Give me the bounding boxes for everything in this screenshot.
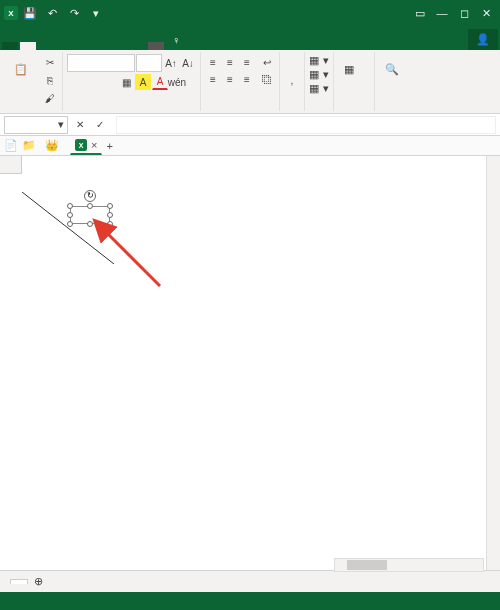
close-tab-icon[interactable]: × xyxy=(91,139,97,151)
template-tab[interactable]: 👑 xyxy=(40,136,66,155)
copy-icon[interactable]: ⎘ xyxy=(42,72,58,88)
decrease-font-icon[interactable]: A↓ xyxy=(180,55,196,71)
comma-icon[interactable]: , xyxy=(284,72,300,88)
crown-icon: 👑 xyxy=(45,139,59,152)
undo-icon[interactable]: ↶ xyxy=(42,3,62,23)
tab-data[interactable] xyxy=(84,42,100,50)
workbook-tab[interactable]: X× xyxy=(70,136,102,155)
new-doc-icon[interactable]: 📄 xyxy=(4,139,18,152)
tab-insert[interactable] xyxy=(36,42,52,50)
paste-button[interactable]: 📋 xyxy=(8,54,40,92)
cell-styles-button[interactable]: ▦▾ xyxy=(309,82,329,95)
font-color-icon[interactable]: A xyxy=(152,74,168,90)
italic-button[interactable] xyxy=(84,74,100,90)
handle-s[interactable] xyxy=(87,221,93,227)
tab-home[interactable] xyxy=(20,42,36,50)
font-name-dropdown[interactable] xyxy=(67,54,135,72)
phonetic-icon[interactable]: wén xyxy=(169,74,185,90)
ribbon-options-icon[interactable]: ▭ xyxy=(410,3,430,23)
handle-se[interactable] xyxy=(107,221,113,227)
spreadsheet-grid[interactable]: ↻ xyxy=(0,156,500,588)
cut-icon[interactable]: ✂ xyxy=(42,54,58,70)
font-group-label xyxy=(67,108,196,109)
group-clipboard: 📋 ✂ ⎘ 🖌 xyxy=(4,52,63,111)
qat-dropdown-icon[interactable]: ▾ xyxy=(86,3,106,23)
align-group-label xyxy=(205,108,275,109)
handle-e[interactable] xyxy=(107,212,113,218)
merge-icon[interactable]: ⿻ xyxy=(259,71,275,87)
format-painter-icon[interactable]: 🖌 xyxy=(42,90,58,106)
add-tab-icon[interactable]: + xyxy=(106,140,112,152)
ribbon: 📋 ✂ ⎘ 🖌 A↑ A↓ ▦ A xyxy=(0,50,500,114)
wrap-text-icon[interactable]: ↩ xyxy=(259,54,275,70)
font-size-dropdown[interactable] xyxy=(136,54,162,72)
add-sheet-icon[interactable]: ⊕ xyxy=(34,575,43,588)
cancel-formula-icon[interactable]: ✕ xyxy=(72,117,88,133)
close-icon[interactable]: ✕ xyxy=(476,3,496,23)
group-editing: 🔍 . xyxy=(375,52,415,111)
annotation-arrow xyxy=(90,216,170,296)
align-right-icon[interactable]: ≡ xyxy=(239,71,255,87)
tab-beautify[interactable] xyxy=(132,42,148,50)
underline-button[interactable] xyxy=(101,74,117,90)
tab-file[interactable] xyxy=(2,42,18,50)
scrollbar-thumb[interactable] xyxy=(347,560,387,570)
cells-button[interactable]: ▦ xyxy=(338,54,370,92)
tab-layout[interactable] xyxy=(52,42,68,50)
sheet-tab-1[interactable] xyxy=(10,579,28,584)
fill-color-icon[interactable]: A xyxy=(135,74,151,90)
ribbon-tabs: ♀ 👤 xyxy=(0,26,500,50)
align-middle-icon[interactable]: ≡ xyxy=(222,54,238,70)
group-cells: ▦ . xyxy=(334,52,375,111)
clipboard-group-label xyxy=(8,108,58,109)
formula-input[interactable] xyxy=(116,116,496,134)
table-format-icon: ▦ xyxy=(309,68,319,81)
format-table-button[interactable]: ▦▾ xyxy=(309,68,329,81)
handle-w[interactable] xyxy=(67,212,73,218)
group-number: , xyxy=(280,52,305,111)
tab-view[interactable] xyxy=(116,42,132,50)
border-icon[interactable]: ▦ xyxy=(118,74,134,90)
formula-bar: ▾ ✕ ✓ xyxy=(0,114,500,136)
cell-style-icon: ▦ xyxy=(309,82,319,95)
tab-tellme[interactable]: ♀ xyxy=(164,30,188,50)
tab-format[interactable] xyxy=(148,42,164,50)
increase-font-icon[interactable]: A↑ xyxy=(163,55,179,71)
tab-review[interactable] xyxy=(100,42,116,50)
cells-icon: ▦ xyxy=(344,63,364,83)
cond-format-icon: ▦ xyxy=(309,54,319,67)
align-left-icon[interactable]: ≡ xyxy=(205,71,221,87)
editing-button[interactable]: 🔍 xyxy=(379,54,411,92)
enter-formula-icon[interactable]: ✓ xyxy=(92,117,108,133)
redo-icon[interactable]: ↷ xyxy=(64,3,84,23)
textbox-shape[interactable]: ↻ xyxy=(70,206,110,224)
paste-icon: 📋 xyxy=(14,63,34,83)
group-align: ≡ ≡ ≡ ≡ ≡ ≡ ↩ ⿻ xyxy=(201,52,280,111)
conditional-format-button[interactable]: ▦▾ xyxy=(309,54,329,67)
maximize-icon[interactable]: ◻ xyxy=(454,3,474,23)
vertical-scrollbar[interactable] xyxy=(486,156,500,588)
handle-n[interactable] xyxy=(87,203,93,209)
rotate-handle-icon[interactable]: ↻ xyxy=(84,190,96,202)
horizontal-scrollbar[interactable] xyxy=(334,558,484,572)
handle-nw[interactable] xyxy=(67,203,73,209)
number-group-label xyxy=(284,108,300,109)
name-box[interactable]: ▾ xyxy=(4,116,68,134)
align-bottom-icon[interactable]: ≡ xyxy=(239,54,255,70)
bold-button[interactable] xyxy=(67,74,83,90)
group-styles: ▦▾ ▦▾ ▦▾ xyxy=(305,52,334,111)
title-bar: X 💾 ↶ ↷ ▾ ▭ — ◻ ✕ xyxy=(0,0,500,26)
excel-small-icon: X xyxy=(75,139,87,151)
percent-icon[interactable] xyxy=(284,54,300,70)
select-all-corner[interactable] xyxy=(0,156,22,174)
editing-icon: 🔍 xyxy=(385,63,405,83)
save-icon[interactable]: 💾 xyxy=(20,3,40,23)
align-center-icon[interactable]: ≡ xyxy=(222,71,238,87)
handle-ne[interactable] xyxy=(107,203,113,209)
tab-share[interactable]: 👤 xyxy=(468,29,498,50)
tab-formula[interactable] xyxy=(68,42,84,50)
align-top-icon[interactable]: ≡ xyxy=(205,54,221,70)
handle-sw[interactable] xyxy=(67,221,73,227)
minimize-icon[interactable]: — xyxy=(432,3,452,23)
open-doc-icon[interactable]: 📁 xyxy=(22,139,36,152)
